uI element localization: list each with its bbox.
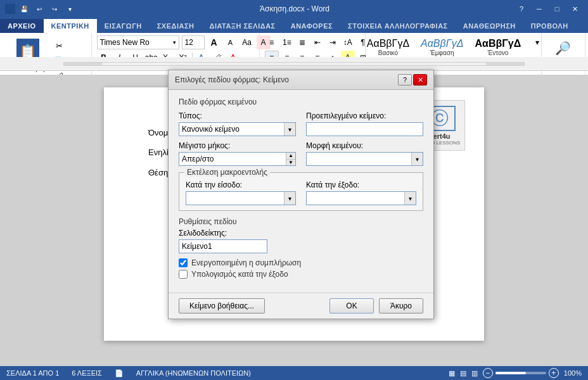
style-entono-preview: AαBβΓγΔ xyxy=(475,37,521,49)
macro-entry-field: Κατά την είσοδο: ▾ xyxy=(186,180,296,205)
checkbox-enable-fill[interactable] xyxy=(179,258,188,267)
help-button[interactable]: ? xyxy=(513,3,530,15)
dialog-default-text-input[interactable] xyxy=(306,122,423,136)
settings-section-title: Ρυθμίσεις πεδίου xyxy=(179,217,423,226)
dialog-text-format-field: Μορφή κειμένου: ▾ xyxy=(306,141,423,166)
macro-exit-dropdown[interactable]: ▾ xyxy=(306,191,416,205)
macro-exit-arrow[interactable]: ▾ xyxy=(404,192,416,205)
dialog-type-label: Τύπος: xyxy=(179,111,296,120)
dialog-close-button[interactable]: ✕ xyxy=(413,74,427,86)
paragraph-row1: ≡ 1≡ ≣ ⇤ ⇥ ↕A ¶ xyxy=(265,35,370,49)
bookmark-label: Σελιδοδείκτης: xyxy=(179,229,423,238)
ruler-track xyxy=(63,62,525,66)
style-vasiko[interactable]: AαBβΓγΔ Βασικό xyxy=(362,35,414,58)
app-title: Άσκηση.docx - Word xyxy=(76,4,513,13)
multilevel-button[interactable]: ≣ xyxy=(295,35,309,49)
help-text-button[interactable]: Κείμενο βοήθειας... xyxy=(179,298,265,314)
decrease-indent-button[interactable]: ⇤ xyxy=(310,35,324,49)
dialog-type-value: Κανονικό κείμενο xyxy=(182,125,240,134)
zoom-in-button[interactable]: + xyxy=(549,368,559,378)
dialog-text-format-dropdown[interactable]: ▾ xyxy=(306,152,423,166)
style-vasiko-label: Βασικό xyxy=(367,49,409,56)
type-dropdown-arrow[interactable]: ▾ xyxy=(284,123,295,136)
font-size-dropdown[interactable]: 12 xyxy=(182,35,205,49)
cut-button[interactable]: ✂ xyxy=(51,39,67,53)
tab-eisagogi[interactable]: ΕΙΣΑΓΩΓΗ xyxy=(97,19,150,33)
macro-exit-label: Κατά την έξοδο: xyxy=(306,180,416,189)
text-format-arrow[interactable]: ▾ xyxy=(411,153,423,165)
dialog-top-grid: Τύπος: Κανονικό κείμενο ▾ Προεπιλεγμένο … xyxy=(179,111,423,136)
dialog-default-text-field: Προεπιλεγμένο κείμενο: xyxy=(306,111,423,136)
font-size-decrease-button[interactable]: A xyxy=(224,35,238,49)
checkbox-enable-fill-row[interactable]: Ενεργοποιημένη η συμπλήρωση xyxy=(179,258,423,267)
title-bar: 💾 ↩ ↪ ▾ Άσκηση.docx - Word ? ─ □ ✕ xyxy=(0,0,588,18)
styles-items: AαBβΓγΔ Βασικό AαBβΓγΔ Έμφαση AαBβΓγΔ Έν… xyxy=(362,35,545,58)
font-case-button[interactable]: Aa xyxy=(240,35,254,49)
tab-stoixeia[interactable]: ΣΤΟΙΧΕΙΑ ΑΛΛΗΛΟΓΡΑΦΙΑΣ xyxy=(340,19,456,33)
increase-indent-button[interactable]: ⇥ xyxy=(326,35,340,49)
font-size-increase-button[interactable]: A xyxy=(207,35,221,49)
settings-section: Ρυθμίσεις πεδίου Σελιδοδείκτης: Ενεργοπο… xyxy=(179,217,423,279)
zoom-slider-fill xyxy=(495,372,526,374)
close-button[interactable]: ✕ xyxy=(566,3,583,15)
layout-icon2[interactable]: ▤ xyxy=(460,369,466,377)
tab-anatheoisi[interactable]: ΑΝΑΘΕΩΡΗΣΗ xyxy=(456,19,523,33)
dialog-title: Επιλογές πεδίου φόρμας: Κείμενο xyxy=(175,75,289,84)
checkbox-calc-on-exit-label: Υπολογισμός κατά την έξοδο xyxy=(191,270,288,279)
macro-section: Εκτέλεση μακροεντολής Κατά την είσοδο: ▾… xyxy=(179,172,423,211)
tab-provolh[interactable]: ΠΡΟΒΟΛΗ xyxy=(523,19,576,33)
ok-button[interactable]: OK xyxy=(329,298,374,314)
quick-access-more-button[interactable]: ▾ xyxy=(63,3,76,15)
undo-button[interactable]: ↩ xyxy=(33,3,46,15)
layout-icon[interactable]: ▦ xyxy=(449,369,455,377)
dialog-max-length-dropdown[interactable]: Απερ/στο ▲ ▼ xyxy=(179,152,296,166)
macro-entry-label: Κατά την είσοδο: xyxy=(186,180,296,189)
redo-button[interactable]: ↪ xyxy=(48,3,61,15)
tab-arxeio[interactable]: ΑΡΧΕΙΟ xyxy=(0,19,44,33)
dialog-type-field: Τύπος: Κανονικό κείμενο ▾ xyxy=(179,111,296,136)
macro-grid: Κατά την είσοδο: ▾ Κατά την έξοδο: ▾ xyxy=(186,180,416,205)
checkbox-calc-on-exit[interactable] xyxy=(179,270,188,279)
zoom-percent: 100% xyxy=(564,369,582,377)
dialog-action-buttons: OK Άκυρο xyxy=(329,298,423,314)
tab-diataxi[interactable]: ΔΙΑΤΑΞΗ ΣΕΛΙΔΑΣ xyxy=(201,19,283,33)
dialog-text-format-label: Μορφή κειμένου: xyxy=(306,141,423,150)
bookmark-input[interactable] xyxy=(179,239,267,253)
default-text-input[interactable] xyxy=(307,123,423,136)
zoom-slider[interactable] xyxy=(495,372,546,374)
numbering-button[interactable]: 1≡ xyxy=(280,35,294,49)
checkboxes: Ενεργοποιημένη η συμπλήρωση Υπολογισμός … xyxy=(179,258,423,279)
dialog-help-button[interactable]: ? xyxy=(398,74,412,86)
zoom-control: − + 100% xyxy=(483,368,582,378)
cancel-button[interactable]: Άκυρο xyxy=(379,298,423,314)
zoom-out-button[interactable]: − xyxy=(483,368,493,378)
minimize-button[interactable]: ─ xyxy=(531,3,547,15)
status-right: ▦ ▤ ▥ − + 100% xyxy=(449,368,582,378)
style-emphasis[interactable]: AαBβΓγΔ Έμφαση xyxy=(416,35,468,58)
tab-anafores[interactable]: ΑΝΑΦΟΡΕΣ xyxy=(283,19,340,33)
tab-kentriki[interactable]: ΚΕΝΤΡΙΚΗ xyxy=(44,19,97,33)
max-length-up[interactable]: ▲ xyxy=(286,153,295,160)
bullets-button[interactable]: ≡ xyxy=(265,35,279,49)
status-bar: ΣΕΛΙΔΑ 1 ΑΠΟ 1 6 ΛΕΞΕΙΣ 📄 ΑΓΓΛΙΚΑ (ΗΝΩΜΕ… xyxy=(0,366,588,380)
max-length-down[interactable]: ▼ xyxy=(286,160,295,166)
ruler-margin-left xyxy=(64,63,102,65)
tab-sxediasi[interactable]: ΣΧΕΔΙΑΣΗ xyxy=(150,19,202,33)
layout-icon3[interactable]: ▥ xyxy=(471,369,478,377)
ruler xyxy=(0,57,588,71)
language: ΑΓΓΛΙΚΑ (ΗΝΩΜΕΝΩΝ ΠΟΛΙΤΕΙΩΝ) xyxy=(136,369,251,377)
macro-entry-arrow[interactable]: ▾ xyxy=(284,192,295,205)
style-entono[interactable]: AαBβΓγΔ Έντονο xyxy=(471,35,526,58)
sort-button[interactable]: ↕A xyxy=(341,35,355,49)
checkbox-calc-on-exit-row[interactable]: Υπολογισμός κατά την έξοδο xyxy=(179,270,423,279)
macro-entry-dropdown[interactable]: ▾ xyxy=(186,191,296,205)
checkbox-enable-fill-label: Ενεργοποιημένη η συμπλήρωση xyxy=(191,258,301,267)
style-emphasis-preview: AαBβΓγΔ xyxy=(421,37,463,49)
dialog-mid-grid: Μέγιστο μήκος: Απερ/στο ▲ ▼ Μορφή κειμέν… xyxy=(179,141,423,166)
maximize-button[interactable]: □ xyxy=(549,3,565,15)
dialog-type-dropdown[interactable]: Κανονικό κείμενο ▾ xyxy=(179,122,296,136)
dialog-titlebar: Επιλογές πεδίου φόρμας: Κείμενο ? ✕ xyxy=(169,70,433,90)
style-emphasis-label: Έμφαση xyxy=(421,49,463,56)
font-name-dropdown[interactable]: Times New Ro ▾ xyxy=(97,35,179,49)
save-button[interactable]: 💾 xyxy=(18,3,30,15)
